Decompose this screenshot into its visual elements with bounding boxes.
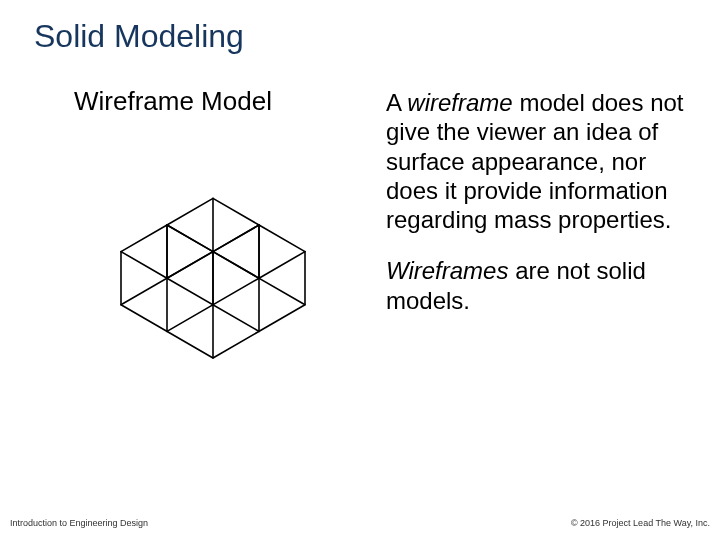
footer-left: Introduction to Engineering Design — [10, 518, 148, 528]
wireframe-svg — [68, 148, 358, 398]
p1-prefix: A — [386, 89, 407, 116]
page-title: Solid Modeling — [34, 18, 244, 55]
p2-emph: Wireframes — [386, 257, 508, 284]
paragraph-2: Wireframes are not solid models. — [386, 256, 686, 315]
footer-right: © 2016 Project Lead The Way, Inc. — [571, 518, 710, 528]
body-text: A wireframe model does not give the view… — [386, 88, 686, 337]
paragraph-1: A wireframe model does not give the view… — [386, 88, 686, 234]
figure-caption: Wireframe Model — [74, 86, 272, 117]
p1-emph: wireframe — [407, 89, 512, 116]
wireframe-figure — [68, 148, 358, 398]
slide: Solid Modeling Wireframe Model — [0, 0, 720, 540]
